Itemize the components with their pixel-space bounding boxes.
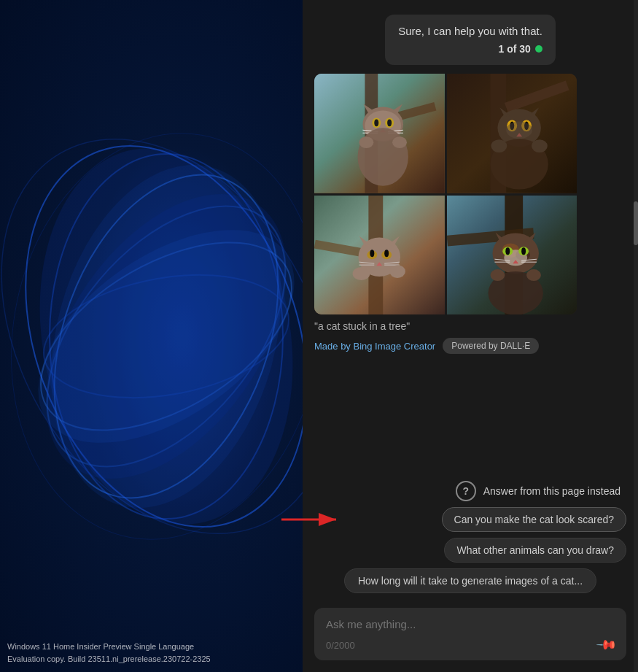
svg-point-61: [353, 267, 370, 280]
image-attribution: Made by Bing Image Creator Powered by DA…: [314, 338, 626, 354]
wallpaper: Windows 11 Home Insider Preview Single L…: [0, 0, 303, 672]
powered-badge: Powered by DALL·E: [443, 338, 539, 354]
chat-panel: Sure, I can help you with that. 1 of 30: [303, 0, 638, 672]
svg-marker-18: [392, 104, 402, 114]
svg-marker-69: [495, 232, 506, 242]
question-icon[interactable]: ?: [456, 481, 476, 501]
svg-point-52: [367, 250, 377, 259]
cat-image-2[interactable]: [447, 74, 577, 193]
svg-line-77: [494, 259, 510, 260]
svg-rect-48: [314, 239, 386, 260]
svg-point-22: [387, 119, 392, 126]
message-count: 1 of 30: [398, 43, 542, 55]
input-box: 0/2000 📌: [314, 608, 626, 660]
scrollbar-track[interactable]: [634, 0, 638, 672]
input-footer: 0/2000 📌: [326, 637, 615, 653]
answer-from-page-row: ? Answer from this page instead: [456, 481, 621, 501]
cat-image-3[interactable]: [314, 196, 445, 315]
svg-line-24: [362, 130, 378, 131]
svg-point-82: [490, 269, 505, 281]
svg-point-43: [490, 139, 548, 189]
watermark-text: Windows 11 Home Insider Preview Single L…: [7, 641, 211, 665]
svg-point-30: [392, 136, 407, 148]
svg-rect-33: [504, 80, 569, 112]
svg-point-29: [359, 136, 373, 148]
svg-point-38: [521, 120, 532, 131]
svg-point-21: [374, 119, 378, 126]
svg-point-19: [372, 117, 381, 128]
svg-point-16: [365, 111, 401, 142]
svg-point-34: [497, 109, 541, 147]
suggestion-chip-2[interactable]: What other animals can you draw?: [444, 538, 626, 563]
svg-marker-41: [516, 133, 522, 136]
svg-rect-63: [447, 196, 577, 315]
chat-input[interactable]: [326, 618, 615, 630]
svg-point-81: [488, 271, 542, 314]
svg-line-79: [521, 259, 537, 260]
suggestion-chip-3[interactable]: How long will it take to generate images…: [344, 568, 596, 593]
svg-point-83: [526, 269, 541, 281]
cat-image-1[interactable]: [314, 74, 445, 193]
svg-line-57: [359, 262, 374, 263]
suggestions-area: ? Answer from this page instead: [303, 475, 638, 600]
svg-point-37: [507, 120, 517, 131]
scrollbar-thumb[interactable]: [634, 201, 638, 245]
made-by-link[interactable]: Made by Bing Image Creator: [314, 341, 435, 352]
chat-content: Sure, I can help you with that. 1 of 30: [303, 0, 638, 475]
image-grid-container: "a cat stuck in a tree" Made by Bing Ima…: [314, 74, 626, 354]
svg-marker-17: [363, 104, 374, 114]
svg-rect-31: [447, 74, 577, 193]
svg-point-15: [362, 107, 403, 142]
svg-marker-50: [359, 236, 370, 246]
svg-point-28: [358, 128, 408, 185]
svg-point-45: [532, 139, 548, 152]
svg-point-49: [358, 237, 400, 277]
input-area: 0/2000 📌: [303, 600, 638, 672]
svg-point-66: [492, 233, 538, 274]
svg-rect-65: [447, 228, 534, 246]
generated-image-grid[interactable]: [314, 74, 577, 314]
svg-marker-51: [388, 236, 400, 246]
svg-point-53: [381, 250, 392, 259]
svg-point-72: [502, 247, 513, 255]
svg-point-73: [518, 247, 529, 255]
svg-point-68: [516, 249, 530, 260]
message-text: Sure, I can help you with that.: [398, 25, 542, 37]
svg-point-74: [505, 247, 510, 255]
image-caption: "a cat stuck in a tree": [314, 320, 626, 332]
svg-rect-46: [314, 196, 445, 315]
svg-point-39: [510, 121, 514, 130]
svg-rect-64: [505, 196, 523, 315]
svg-point-71: [504, 250, 527, 266]
svg-marker-70: [525, 232, 536, 242]
svg-rect-47: [368, 196, 383, 315]
svg-marker-23: [380, 128, 386, 132]
svg-rect-12: [314, 74, 445, 193]
svg-rect-13: [365, 74, 378, 193]
suggestion-row-1: Can you make the cat look scared?: [314, 507, 626, 532]
svg-point-42: [506, 121, 532, 139]
assistant-message: Sure, I can help you with that. 1 of 30: [385, 15, 556, 65]
svg-point-54: [370, 250, 374, 257]
svg-line-26: [388, 130, 403, 131]
svg-line-59: [384, 262, 400, 263]
svg-marker-76: [513, 260, 518, 263]
svg-marker-35: [499, 108, 510, 117]
svg-point-40: [524, 121, 529, 130]
red-arrow-icon: [278, 509, 343, 530]
svg-point-44: [491, 139, 507, 152]
svg-point-20: [385, 117, 394, 128]
status-dot: [535, 45, 542, 53]
svg-point-67: [502, 243, 519, 258]
pin-icon[interactable]: 📌: [595, 633, 618, 656]
cat-image-4[interactable]: [447, 196, 577, 315]
svg-rect-32: [490, 74, 506, 193]
svg-point-62: [389, 265, 405, 278]
char-count: 0/2000: [326, 640, 355, 651]
suggestion-chip-1[interactable]: Can you make the cat look scared?: [442, 507, 626, 532]
answer-from-page-text: Answer from this page instead: [483, 485, 621, 497]
svg-point-55: [384, 250, 389, 257]
svg-marker-36: [528, 108, 539, 117]
svg-point-75: [521, 247, 526, 255]
svg-marker-56: [376, 262, 382, 266]
